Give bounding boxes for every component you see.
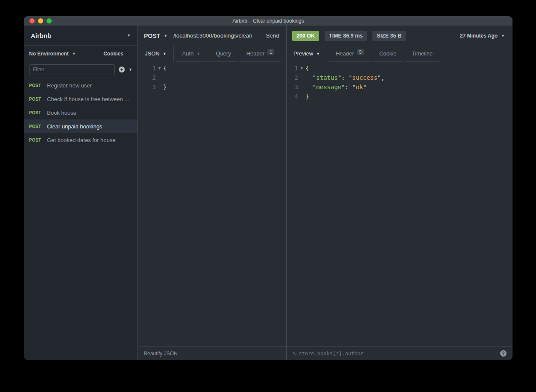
zoom-window-button[interactable]: [47, 18, 52, 23]
tab-header[interactable]: Header 1: [240, 46, 281, 62]
tab-label: Cookie: [379, 50, 396, 57]
line-number: 3: [138, 82, 156, 92]
filter-input[interactable]: [29, 64, 115, 75]
line-number: 3: [287, 82, 298, 92]
beautify-json-button[interactable]: Beautify JSON: [144, 351, 178, 357]
add-request-icon[interactable]: +: [119, 67, 125, 73]
insomnia-window: Airbnb – Clear unpaid bookings Airbnb ▼ …: [24, 16, 513, 360]
code-text: }: [305, 92, 309, 101]
request-list-item-active[interactable]: POST Clear unpaid bookings: [24, 119, 138, 133]
chevron-down-icon[interactable]: ▼: [164, 34, 167, 38]
environment-label: No Environment: [29, 51, 69, 57]
request-tabs: JSON ▼ Auth ▼ Query Header 1: [138, 46, 286, 62]
request-pane-footer: Beautify JSON: [138, 346, 286, 360]
response-body-viewer[interactable]: 1▼{2 "status": "success",3 "message": "o…: [287, 62, 513, 346]
status-badge: 200 OK: [292, 31, 319, 41]
url-bar: POST ▼ /localhost:3000/bookings/clean Se…: [138, 26, 286, 46]
response-history-dropdown[interactable]: 27 Minutes Ago ▼: [460, 33, 505, 39]
code-line: 3}: [138, 82, 286, 92]
request-method-tag: POST: [29, 83, 43, 88]
code-line: 3 "message": "ok": [287, 82, 513, 92]
window-title: Airbnb – Clear unpaid bookings: [232, 18, 304, 24]
code-line: 1▼{: [138, 64, 286, 73]
tab-label: Header: [336, 50, 354, 57]
code-text: "message": "ok": [305, 82, 366, 92]
minimize-window-button[interactable]: [38, 18, 43, 23]
code-text: {: [305, 64, 309, 73]
workspace-dropdown[interactable]: Airbnb ▼: [24, 26, 138, 46]
tab-query[interactable]: Query: [209, 46, 237, 62]
code-line: 2 "status": "success",: [287, 73, 513, 82]
chevron-down-icon: ▼: [196, 52, 200, 56]
filter-row: + ▼: [24, 62, 138, 77]
fold-gutter: [156, 73, 163, 82]
help-icon[interactable]: ?: [500, 350, 507, 357]
header-count-badge: 5: [357, 49, 364, 55]
tab-label: Query: [216, 50, 231, 57]
code-text: "status": "success",: [305, 73, 384, 82]
line-number: 1: [287, 64, 298, 73]
tab-label: Header: [246, 50, 265, 57]
code-line: 2: [138, 73, 286, 82]
chevron-down-icon: ▼: [163, 52, 167, 56]
tab-auth[interactable]: Auth ▼: [176, 46, 208, 62]
tab-label: Auth: [182, 50, 194, 57]
request-name: Get booked dates for house: [47, 137, 115, 143]
traffic-light-buttons: [29, 18, 52, 23]
response-meta-bar: 200 OK TIME 86.9 ms SIZE 35 B 27 Minutes…: [287, 26, 513, 46]
line-number: 1: [138, 64, 156, 73]
request-body-editor[interactable]: 1▼{23}: [138, 62, 286, 346]
environment-row: No Environment ▼ Cookies: [24, 46, 138, 62]
close-window-button[interactable]: [29, 18, 35, 23]
fold-gutter: [298, 92, 305, 101]
time-badge: TIME 86.9 ms: [325, 31, 367, 41]
response-pane: 200 OK TIME 86.9 ms SIZE 35 B 27 Minutes…: [287, 26, 513, 360]
line-number: 2: [287, 73, 298, 82]
sidebar: Airbnb ▼ No Environment ▼ Cookies + ▼ PO…: [24, 26, 138, 360]
response-tabs: Preview ▼ Header 5 Cookie Timeline: [287, 46, 513, 62]
tab-label: Timeline: [412, 50, 433, 57]
request-name: Clear unpaid bookings: [47, 123, 102, 130]
request-list-item[interactable]: POST Book house: [24, 106, 138, 119]
chevron-down-icon: ▼: [501, 34, 505, 38]
request-list-item[interactable]: POST Register new user: [24, 78, 138, 92]
code-text: {: [163, 64, 167, 73]
time-ago-label: 27 Minutes Ago: [460, 33, 498, 39]
environment-selector[interactable]: No Environment ▼: [24, 51, 89, 57]
fold-gutter: [298, 73, 305, 82]
tab-label: JSON: [145, 50, 160, 57]
request-name: Check if house is free between ...: [47, 96, 129, 102]
main-layout: Airbnb ▼ No Environment ▼ Cookies + ▼ PO…: [24, 26, 513, 360]
chevron-down-icon: ▼: [316, 52, 320, 56]
line-number: 4: [287, 92, 298, 101]
url-input[interactable]: /localhost:3000/bookings/clean: [173, 32, 252, 39]
request-name: Register new user: [47, 82, 92, 89]
request-method-tag: POST: [29, 138, 43, 142]
chevron-down-icon: ▼: [127, 33, 131, 38]
fold-caret-icon[interactable]: ▼: [156, 64, 163, 73]
request-pane: POST ▼ /localhost:3000/bookings/clean Se…: [138, 26, 287, 360]
request-list: POST Register new user POST Check if hou…: [24, 78, 138, 147]
tab-timeline[interactable]: Timeline: [405, 46, 439, 62]
header-count-badge: 1: [267, 49, 274, 55]
size-badge: SIZE 35 B: [372, 31, 406, 41]
code-line: 4}: [287, 92, 513, 101]
response-pane-footer: ?: [287, 346, 513, 360]
tab-cookie[interactable]: Cookie: [372, 46, 403, 62]
window-titlebar: Airbnb – Clear unpaid bookings: [24, 16, 513, 26]
tab-response-header[interactable]: Header 5: [329, 46, 371, 62]
tab-preview[interactable]: Preview ▼: [287, 46, 327, 62]
request-method-tag: POST: [29, 124, 43, 129]
fold-gutter: [156, 82, 163, 92]
request-list-item[interactable]: POST Get booked dates for house: [24, 133, 138, 147]
tab-body-json[interactable]: JSON ▼: [138, 46, 174, 62]
send-button[interactable]: Send: [266, 32, 279, 39]
jsonpath-filter-input[interactable]: [293, 351, 496, 357]
method-dropdown[interactable]: POST: [144, 32, 160, 39]
chevron-down-icon[interactable]: ▼: [129, 67, 132, 72]
request-method-tag: POST: [29, 110, 43, 115]
cookies-button[interactable]: Cookies: [89, 51, 138, 57]
code-line: 1▼{: [287, 64, 513, 73]
request-list-item[interactable]: POST Check if house is free between ...: [24, 92, 138, 106]
fold-caret-icon[interactable]: ▼: [298, 64, 305, 73]
